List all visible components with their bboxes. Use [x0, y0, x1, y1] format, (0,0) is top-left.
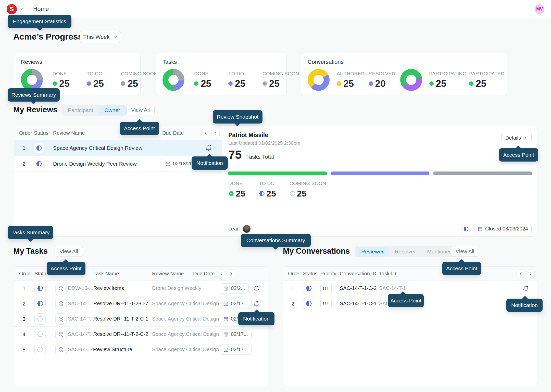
period-select[interactable]: This Week: [80, 31, 121, 43]
prev-page-button[interactable]: [202, 129, 210, 137]
task-row[interactable]: 4 Q SAC-14-T... Resolve DR--11-T-2-C-2 S…: [14, 327, 268, 342]
details-button[interactable]: Details: [501, 133, 532, 143]
column-order: Order: [19, 126, 32, 140]
task-name: Resolve DR--11-T-2-C-1: [93, 311, 148, 326]
user-avatar[interactable]: MV: [535, 4, 544, 14]
snapshot-review-title: Patriot Missile: [228, 132, 268, 139]
stat-participating: PARTICIPATING 25: [429, 71, 462, 89]
notification-bell-icon[interactable]: [522, 281, 529, 296]
reviews-role-tabs: Participant Owner: [61, 105, 127, 116]
app-logo-icon[interactable]: S: [7, 4, 17, 14]
tab-participant[interactable]: Participant: [62, 105, 99, 115]
stat-participated: PARTICIPATED 25: [469, 71, 500, 89]
stat-done: DONE 25: [53, 71, 77, 89]
tab-resolver[interactable]: Resolver: [389, 247, 422, 256]
tab-owner[interactable]: Owner: [99, 105, 126, 115]
task-name: Review Items: [93, 281, 124, 296]
conversations-view-all-button[interactable]: View All: [451, 246, 479, 257]
callout-access-point-task-id: Access Point: [388, 294, 424, 307]
task-row[interactable]: 2 Q SAC-14-T... Resolve DR--11-T-2-C-7 S…: [14, 296, 268, 311]
review-row[interactable]: 1 Space Agency Critical Design Review: [14, 140, 222, 156]
coming-soon-hexagon-icon: [290, 191, 295, 197]
callout-access-point-conversations: Access Point: [442, 262, 481, 275]
conversations-stat-card: Conversations AUTHORED 25 RESOLVED 20 PA…: [301, 53, 507, 95]
lead-avatar[interactable]: [243, 225, 251, 233]
green-dot-icon: [429, 81, 434, 86]
calendar-icon: [223, 347, 229, 352]
review-name: Drone Design Weekly Peer Review: [53, 156, 137, 172]
task-type-cube-icon: Q: [55, 283, 67, 294]
period-select-value: This Week: [83, 34, 110, 40]
tasks-donut-chart: [162, 69, 184, 91]
tasks-view-all-button[interactable]: View All: [55, 246, 83, 257]
callout-tasks-summary: Tasks Summary: [8, 226, 53, 239]
card-title: Tasks: [162, 59, 280, 65]
green-dot-icon: [53, 81, 57, 86]
stat-todo: TO DO 25: [228, 71, 253, 89]
column-status: Status: [303, 267, 318, 281]
tab-reviewer[interactable]: Reviewer: [356, 247, 389, 256]
status-in-progress-icon: [34, 298, 46, 309]
task-review-name: Space Agency Critical Design: [152, 327, 219, 342]
reviews-donut-chart: [21, 69, 43, 91]
reviews-view-all-button[interactable]: View All: [126, 105, 155, 115]
stat-resolved: RESOLVED 20: [369, 71, 393, 89]
green-dot-icon: [469, 81, 473, 86]
conversation-id: SAC-14-T-1-C-2: [340, 281, 377, 296]
breadcrumb-home[interactable]: Home: [33, 6, 49, 13]
conversation-id: SAC-14-T-1-C-1: [340, 296, 377, 311]
callout-reviews-summary: Reviews Summary: [8, 88, 60, 102]
task-row[interactable]: 3 Q SAC-14-T... Resolve DR--11-T-2-C-1 S…: [14, 311, 268, 327]
progress-bar-todo: [331, 172, 429, 175]
column-review-name: Review Name: [53, 126, 85, 140]
chevron-right-icon: [523, 136, 528, 140]
card-title: Conversations: [308, 59, 500, 65]
callout-engagement-statistics: Engagement Statistics: [8, 15, 71, 28]
next-page-button[interactable]: [526, 270, 535, 278]
blue-dot-icon: [228, 81, 233, 86]
reviews-table-header: Order Status Review Name Due Date: [14, 126, 222, 140]
callout-access-point-tasks: Access Point: [47, 262, 85, 275]
green-dot-icon: [194, 81, 198, 86]
column-due-date: Due Date: [193, 267, 215, 281]
review-row[interactable]: 2 Drone Design Weekly Peer Review 02/18/…: [14, 156, 222, 172]
progress-bar-coming-soon: [433, 172, 532, 175]
lead-label: Lead: [228, 226, 240, 232]
column-task-id: Task ID: [379, 267, 396, 281]
svg-text:Q: Q: [61, 334, 63, 337]
svg-text:Q: Q: [61, 288, 63, 291]
review-name: Space Agency Critical Design Review: [53, 140, 142, 156]
column-order: Order: [288, 267, 301, 281]
status-in-progress-icon: [303, 283, 314, 294]
task-review-name: Space Agency Critical Design: [152, 311, 219, 326]
next-page-button[interactable]: [211, 129, 220, 137]
task-type-cube-icon: Q: [55, 313, 67, 325]
svg-text:Q: Q: [61, 319, 63, 322]
task-row[interactable]: 5 Q SAC-14-T-1 Review Structure Space Ag…: [14, 342, 268, 357]
task-name: Review Structure: [93, 342, 132, 357]
progress-bar-done: [228, 172, 327, 175]
reviews-table: Order Status Review Name Due Date 1 Spac…: [14, 126, 222, 236]
calendar-icon: [165, 161, 171, 166]
conversations-role-tabs: Reviewer Resolver Mentioned: [355, 246, 458, 257]
snapshot-stat-done: DONE 25: [228, 181, 245, 199]
conversations-table: Order Status Priority Conversation ID Ta…: [283, 266, 537, 386]
prev-page-button[interactable]: [217, 270, 226, 278]
notification-bell-icon[interactable]: [253, 281, 260, 296]
conversations-table-header: Order Status Priority Conversation ID Ta…: [283, 267, 537, 281]
closed-date-chip: Closed 03/03/2024: [474, 224, 532, 234]
status-in-progress-icon: [34, 159, 44, 169]
task-id: DDW-13-...: [68, 281, 93, 296]
conversations-authored-donut-chart: [308, 69, 330, 91]
workspace-chevron-down-icon[interactable]: [19, 7, 24, 12]
callout-access-point-reviews: Access Point: [120, 122, 159, 135]
next-page-button[interactable]: [227, 270, 235, 278]
status-coming-soon-icon: [34, 344, 46, 355]
blue-dot-icon: [87, 81, 91, 86]
notification-bell-icon[interactable]: [253, 296, 260, 311]
calendar-icon: [223, 286, 229, 291]
notification-bell-icon[interactable]: [205, 140, 212, 156]
prev-page-button[interactable]: [517, 270, 525, 278]
task-row[interactable]: 1 Q DDW-13-... Review Items Drone Design…: [14, 281, 268, 296]
conversation-row[interactable]: 1 !!! SAC-14-T-1-C-2 SAC-14-T-1: [283, 281, 537, 296]
